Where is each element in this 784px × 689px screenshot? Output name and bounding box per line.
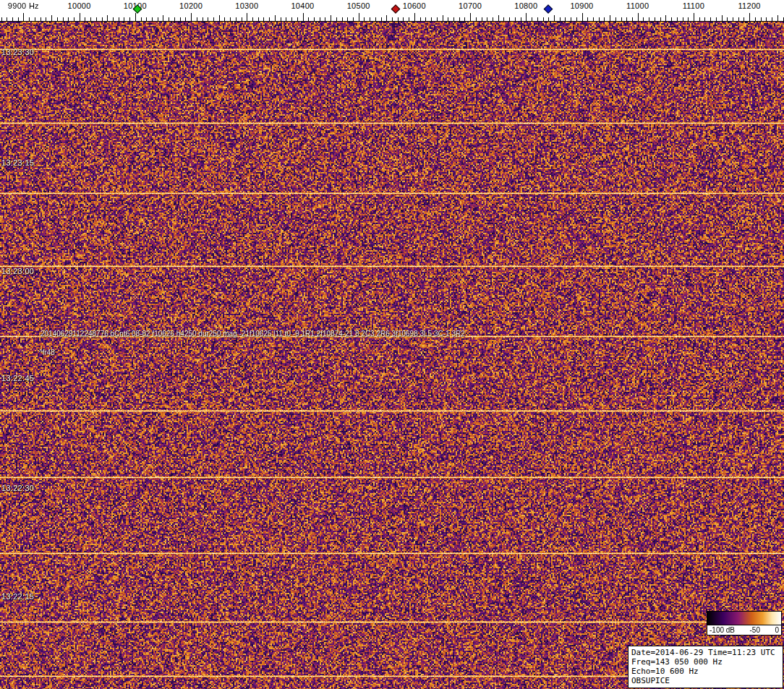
ruler-tick bbox=[688, 17, 689, 21]
ruler-tick bbox=[213, 17, 214, 21]
blue-marker-diamond[interactable] bbox=[544, 4, 553, 14]
ruler-tick bbox=[660, 17, 661, 21]
ruler-tick bbox=[85, 17, 85, 21]
ruler-tick bbox=[587, 17, 588, 21]
ruler-tick bbox=[727, 17, 728, 21]
ruler-tick bbox=[80, 13, 80, 21]
freq-tick-label: 10300 bbox=[235, 1, 258, 10]
ruler-tick bbox=[699, 17, 700, 21]
ruler-tick bbox=[308, 17, 309, 21]
freq-tick-label: 10700 bbox=[459, 1, 482, 10]
time-label: 13:23:15 bbox=[1, 158, 34, 167]
ruler-tick bbox=[90, 17, 91, 21]
ruler-tick bbox=[303, 13, 304, 21]
ruler-tick bbox=[258, 17, 259, 21]
time-label: 13:22:45 bbox=[1, 374, 34, 382]
ruler-tick bbox=[230, 17, 231, 21]
ruler-tick bbox=[409, 17, 409, 21]
ruler-tick bbox=[643, 17, 644, 21]
ruler-tick bbox=[174, 17, 175, 21]
ruler-tick bbox=[18, 17, 19, 21]
ruler-tick bbox=[470, 13, 471, 21]
ruler-tick bbox=[141, 17, 142, 21]
ruler-tick bbox=[498, 15, 499, 21]
ruler-tick bbox=[35, 17, 35, 21]
ruler-tick bbox=[320, 17, 320, 21]
ruler-tick bbox=[29, 17, 30, 21]
ruler-tick bbox=[704, 17, 705, 21]
freq-tick-label: 10800 bbox=[514, 1, 537, 10]
ruler-tick bbox=[532, 17, 532, 21]
legend-mid-label: -50 bbox=[750, 626, 760, 634]
time-label: 13:22:15 bbox=[1, 592, 34, 601]
ruler-tick bbox=[169, 17, 169, 21]
ruler-tick bbox=[219, 15, 220, 21]
ruler-tick bbox=[331, 15, 331, 21]
ruler-tick bbox=[370, 17, 370, 21]
ruler-tick bbox=[593, 17, 594, 21]
ruler-tick bbox=[224, 17, 225, 21]
ruler-tick bbox=[392, 17, 393, 21]
ruler-tick bbox=[325, 17, 325, 21]
ruler-tick bbox=[51, 15, 52, 21]
ruler-tick bbox=[482, 17, 482, 21]
ruler-tick bbox=[403, 17, 404, 21]
ruler-tick bbox=[621, 17, 622, 21]
ruler-tick bbox=[57, 17, 58, 21]
ruler-tick bbox=[582, 13, 583, 21]
ruler-tick bbox=[677, 17, 678, 21]
ruler-tick bbox=[63, 17, 64, 21]
info-box: Date=2014-06-29 Time=11:23 UTC Freq=143 … bbox=[628, 646, 783, 688]
legend-min-label: -100 dB bbox=[710, 626, 735, 634]
event-annotation: 20140629112248776 bCnt6 08-82 f10626 h42… bbox=[41, 330, 465, 338]
ruler-tick bbox=[203, 17, 203, 21]
ruler-tick bbox=[336, 17, 337, 21]
db-gradient-bar bbox=[707, 611, 782, 625]
ruler-tick bbox=[615, 17, 616, 21]
spectrogram-canvas[interactable] bbox=[0, 22, 784, 689]
ruler-tick bbox=[236, 17, 237, 21]
ruler-tick bbox=[275, 15, 276, 21]
ruler-tick bbox=[443, 15, 443, 21]
ruler-tick bbox=[158, 17, 158, 21]
ruler-tick bbox=[431, 17, 432, 21]
ruler-tick bbox=[548, 17, 549, 21]
freq-tick-label: 10500 bbox=[347, 1, 370, 10]
ruler-tick bbox=[291, 17, 292, 21]
ruler-tick bbox=[743, 17, 744, 21]
info-line-freq: Freq=143 050 000 Hz bbox=[631, 657, 780, 667]
ruler-tick bbox=[521, 17, 521, 21]
ruler-tick bbox=[386, 15, 387, 21]
ruler-tick bbox=[749, 13, 750, 21]
db-color-scale: -100 dB -50 0 bbox=[707, 611, 782, 635]
ruler-tick bbox=[453, 17, 454, 21]
ruler-tick bbox=[448, 17, 448, 21]
ruler-tick bbox=[46, 17, 46, 21]
ruler-tick bbox=[353, 17, 354, 21]
freq-tick-label: 10400 bbox=[291, 1, 314, 10]
freq-tick-label: 10900 bbox=[570, 1, 593, 10]
ruler-tick bbox=[12, 17, 13, 21]
red-marker-diamond[interactable] bbox=[391, 4, 400, 14]
ruler-tick bbox=[269, 17, 270, 21]
ruler-tick bbox=[665, 15, 666, 21]
ruler-tick bbox=[247, 13, 247, 21]
info-line-station: OBSUPICE bbox=[631, 676, 780, 685]
ruler-tick bbox=[96, 17, 97, 21]
waterfall-display: 9900 Hz100001010010200103001040010500106… bbox=[0, 0, 784, 689]
ruler-tick bbox=[359, 13, 359, 21]
legend-max-label: 0 bbox=[775, 626, 779, 634]
ruler-tick bbox=[632, 17, 633, 21]
ruler-tick bbox=[364, 17, 365, 21]
ruler-tick bbox=[716, 17, 717, 21]
frequency-ruler[interactable]: 9900 Hz100001010010200103001040010500106… bbox=[0, 0, 784, 22]
ruler-tick bbox=[41, 17, 41, 21]
ruler-tick bbox=[487, 17, 487, 21]
ruler-tick bbox=[425, 17, 426, 21]
ruler-tick bbox=[565, 17, 566, 21]
time-label: 13:23:00 bbox=[1, 267, 34, 275]
ruler-tick bbox=[113, 17, 114, 21]
ruler-tick bbox=[347, 17, 348, 21]
ruler-tick bbox=[694, 13, 694, 21]
ruler-tick bbox=[398, 17, 399, 21]
